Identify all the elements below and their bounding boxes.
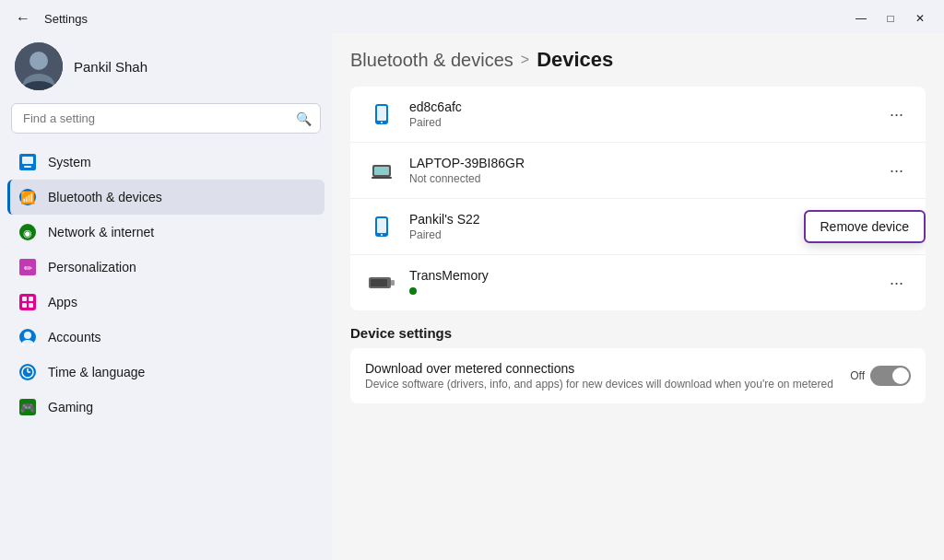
sidebar-item-accounts-label: Accounts bbox=[48, 330, 101, 344]
sidebar-item-gaming[interactable]: 🎮 Gaming bbox=[7, 390, 324, 425]
user-section[interactable]: Pankil Shah bbox=[7, 33, 324, 103]
arrow-indicator bbox=[830, 306, 922, 310]
download-setting-title: Download over metered connections bbox=[365, 361, 850, 376]
device-icon-phone1 bbox=[365, 98, 398, 131]
sidebar-item-apps[interactable]: Apps bbox=[7, 285, 324, 320]
svg-rect-5 bbox=[22, 157, 33, 164]
search-box: 🔍 bbox=[11, 103, 321, 134]
svg-text:🎮: 🎮 bbox=[20, 400, 36, 415]
svg-rect-34 bbox=[377, 218, 386, 233]
device-options-laptop[interactable]: ··· bbox=[882, 158, 911, 184]
sidebar-item-gaming-label: Gaming bbox=[48, 400, 93, 414]
sidebar-item-network-label: Network & internet bbox=[48, 225, 154, 239]
network-icon: ◉ bbox=[18, 223, 37, 241]
device-settings-title: Device settings bbox=[350, 325, 926, 341]
svg-rect-13 bbox=[19, 294, 36, 310]
download-setting-row: Download over metered connections Device… bbox=[365, 361, 911, 391]
svg-rect-32 bbox=[372, 177, 392, 179]
device-icon-transmemory bbox=[365, 266, 398, 299]
breadcrumb-separator: > bbox=[521, 52, 529, 68]
bluetooth-icon: 📶 bbox=[18, 188, 37, 206]
toggle-label: Off bbox=[850, 369, 865, 382]
svg-text:📶: 📶 bbox=[20, 190, 36, 205]
device-options-ed8c6afc[interactable]: ··· bbox=[882, 101, 911, 128]
svg-rect-14 bbox=[22, 297, 27, 301]
device-item-s22: Pankil's S22 Paired ··· Remove device bbox=[350, 199, 926, 255]
svg-point-19 bbox=[24, 332, 31, 339]
breadcrumb: Bluetooth & devices > Devices bbox=[350, 48, 926, 72]
download-toggle-row: Off bbox=[850, 366, 911, 386]
toggle-knob bbox=[892, 368, 909, 384]
system-icon bbox=[18, 153, 37, 171]
title-bar: ← Settings — □ ✕ bbox=[0, 0, 944, 33]
svg-text:◉: ◉ bbox=[23, 228, 32, 239]
device-status-laptop: Not connected bbox=[409, 172, 882, 185]
svg-rect-16 bbox=[22, 303, 27, 308]
sidebar-item-personalization[interactable]: ✏ Personalization bbox=[7, 250, 324, 285]
device-icon-s22 bbox=[365, 210, 398, 243]
main-content: Bluetooth & devices > Devices ed8c6afc P… bbox=[332, 33, 944, 560]
svg-rect-6 bbox=[24, 166, 31, 168]
app-title: Settings bbox=[44, 12, 88, 26]
sidebar: Pankil Shah 🔍 System 📶 Bluetooth & devic… bbox=[0, 33, 332, 560]
svg-point-35 bbox=[381, 234, 383, 236]
apps-icon bbox=[18, 293, 37, 311]
search-icon: 🔍 bbox=[296, 111, 312, 126]
sidebar-item-accounts[interactable]: Accounts bbox=[7, 320, 324, 355]
breadcrumb-parent[interactable]: Bluetooth & devices bbox=[350, 50, 513, 71]
device-item-ed8c6afc: ed8c6afc Paired ··· bbox=[350, 87, 926, 143]
device-status-ed8c6afc: Paired bbox=[409, 116, 882, 129]
device-item-transmemory: TransMemory ··· bbox=[350, 255, 926, 310]
device-status-transmemory bbox=[409, 285, 882, 298]
gaming-icon: 🎮 bbox=[18, 398, 37, 416]
accounts-icon bbox=[18, 328, 37, 346]
sidebar-item-time-label: Time & language bbox=[48, 365, 145, 379]
svg-rect-31 bbox=[374, 167, 389, 175]
time-icon bbox=[18, 363, 37, 381]
device-name-transmemory: TransMemory bbox=[409, 268, 882, 283]
device-info-transmemory: TransMemory bbox=[409, 268, 882, 298]
close-button[interactable]: ✕ bbox=[907, 8, 933, 29]
download-setting-info: Download over metered connections Device… bbox=[365, 361, 850, 391]
sidebar-item-bluetooth-label: Bluetooth & devices bbox=[48, 190, 162, 204]
device-info-ed8c6afc: ed8c6afc Paired bbox=[409, 99, 882, 129]
device-icon-laptop bbox=[365, 154, 398, 187]
personalization-icon: ✏ bbox=[18, 258, 37, 276]
download-setting-desc: Device software (drivers, info, and apps… bbox=[365, 378, 850, 391]
sidebar-item-bluetooth[interactable]: 📶 Bluetooth & devices bbox=[7, 180, 324, 215]
avatar bbox=[15, 42, 63, 90]
breadcrumb-current: Devices bbox=[537, 48, 613, 72]
device-name-ed8c6afc: ed8c6afc bbox=[409, 99, 882, 114]
device-name-laptop: LAPTOP-39BI86GR bbox=[409, 156, 882, 170]
device-item-laptop: LAPTOP-39BI86GR Not connected ··· bbox=[350, 143, 926, 199]
svg-rect-38 bbox=[391, 280, 395, 286]
sidebar-item-time[interactable]: Time & language bbox=[7, 355, 324, 390]
settings-card-download: Download over metered connections Device… bbox=[350, 348, 926, 403]
minimize-button[interactable]: — bbox=[848, 8, 874, 29]
online-indicator bbox=[409, 287, 417, 295]
svg-rect-15 bbox=[29, 297, 33, 301]
svg-point-29 bbox=[381, 122, 383, 123]
remove-device-popup[interactable]: Remove device bbox=[804, 210, 926, 243]
device-options-transmemory[interactable]: ··· bbox=[882, 270, 911, 297]
sidebar-item-system-label: System bbox=[48, 155, 91, 169]
user-name: Pankil Shah bbox=[74, 59, 148, 75]
svg-rect-28 bbox=[377, 106, 386, 121]
window-controls: — □ ✕ bbox=[848, 8, 933, 29]
maximize-button[interactable]: □ bbox=[878, 8, 903, 29]
svg-text:✏: ✏ bbox=[24, 262, 33, 274]
sidebar-item-personalization-label: Personalization bbox=[48, 260, 136, 274]
svg-point-1 bbox=[30, 52, 48, 70]
device-list: ed8c6afc Paired ··· LAPTOP-39BI86GR Not … bbox=[350, 87, 926, 310]
download-toggle[interactable] bbox=[870, 366, 911, 386]
sidebar-item-network[interactable]: ◉ Network & internet bbox=[7, 215, 324, 250]
search-input[interactable] bbox=[11, 103, 321, 134]
sidebar-item-system[interactable]: System bbox=[7, 145, 324, 180]
svg-rect-37 bbox=[371, 279, 387, 286]
device-info-laptop: LAPTOP-39BI86GR Not connected bbox=[409, 156, 882, 185]
svg-rect-17 bbox=[29, 303, 33, 308]
sidebar-item-apps-label: Apps bbox=[48, 295, 77, 309]
back-button[interactable]: ← bbox=[11, 6, 35, 30]
